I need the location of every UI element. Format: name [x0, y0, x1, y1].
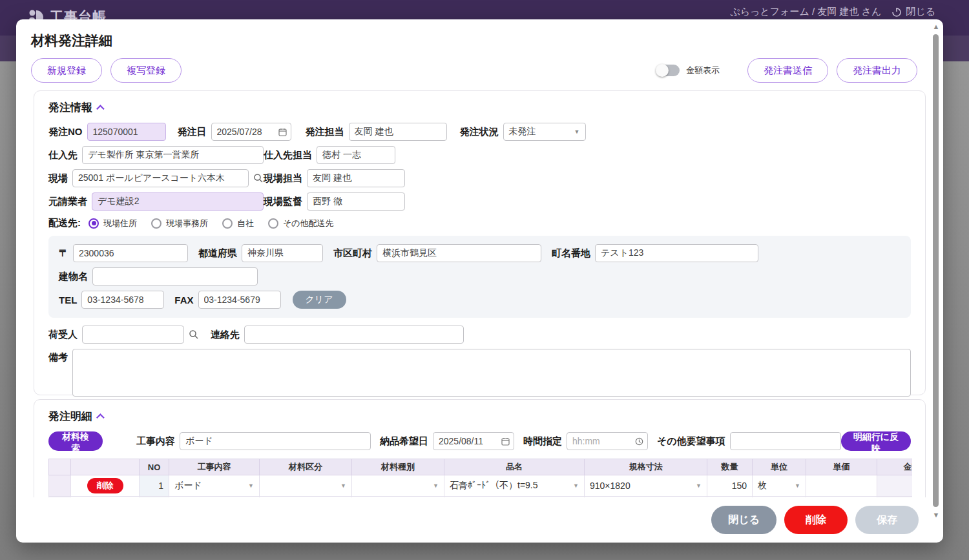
- caret-down-icon: ▼: [248, 482, 254, 489]
- row-spec-size-select[interactable]: 910×1820▼: [590, 481, 702, 491]
- site-supervisor-field[interactable]: [307, 192, 405, 211]
- radio-own-company[interactable]: 自社: [222, 218, 254, 229]
- contact-label: 連絡先: [211, 329, 240, 341]
- delivery-date-field[interactable]: [433, 432, 514, 450]
- close-button[interactable]: 閉じる: [711, 506, 776, 534]
- radio-icon: [222, 218, 233, 229]
- amount-display-toggle[interactable]: [656, 65, 680, 76]
- apply-to-rows-button[interactable]: 明細行に反映: [841, 431, 911, 451]
- order-no-label: 発注NO: [48, 126, 83, 138]
- radio-icon: [89, 218, 99, 229]
- save-button[interactable]: 保存: [855, 506, 919, 534]
- caret-down-icon: ▼: [574, 129, 580, 135]
- site-label: 現場: [48, 172, 68, 185]
- prefecture-label: 都道府県: [198, 247, 237, 260]
- header-right: ぷらっとフォーム / 友岡 建也 さん 閉じる: [730, 6, 935, 18]
- order-info-heading: 発注情報: [48, 100, 92, 115]
- time-spec-field[interactable]: [567, 432, 648, 450]
- building-field[interactable]: [92, 267, 258, 285]
- tel-label: TEL: [59, 295, 77, 306]
- clear-address-button[interactable]: クリア: [293, 291, 346, 309]
- site-supervisor-label: 現場監督: [264, 196, 302, 208]
- postal-field[interactable]: [73, 244, 188, 262]
- col-unit: 単位: [753, 459, 806, 475]
- search-icon[interactable]: [189, 329, 199, 340]
- row-no: 1: [140, 475, 169, 497]
- order-date-label: 発注日: [178, 126, 207, 138]
- work-content-label: 工事内容: [136, 435, 175, 448]
- street-label: 町名番地: [552, 247, 590, 260]
- fax-label: FAX: [174, 295, 193, 306]
- order-detail-table-wrap: NO 工事内容 材料区分 材料種別 品名 規格寸法 数量 単位 単価 金額: [48, 459, 912, 497]
- material-order-detail-modal: 材料発注詳細 新規登録 複写登録 金額表示 発注書送信 発注書出力 発注情報 発…: [16, 19, 943, 543]
- chevron-up-icon[interactable]: [96, 105, 105, 113]
- chevron-up-icon[interactable]: [96, 413, 105, 422]
- col-quantity: 数量: [707, 459, 753, 475]
- row-unit-select[interactable]: 枚▼: [758, 480, 800, 492]
- remarks-field[interactable]: [72, 349, 911, 397]
- copy-register-button[interactable]: 複写登録: [110, 58, 182, 83]
- row-quantity[interactable]: 150: [707, 475, 753, 497]
- site-staff-field[interactable]: [307, 169, 405, 187]
- table-header-row: NO 工事内容 材料区分 材料種別 品名 規格寸法 数量 単位 単価 金額: [49, 459, 913, 475]
- delivery-destination-group: 配送先: 現場住所 現場事務所 自社 その他配送先: [48, 217, 911, 229]
- row-material-type-select[interactable]: ▼: [357, 482, 439, 489]
- scroll-up-arrow-icon[interactable]: ▲: [932, 23, 940, 30]
- other-requests-field[interactable]: [730, 432, 841, 450]
- building-label: 建物名: [59, 271, 88, 283]
- street-field[interactable]: [595, 244, 758, 262]
- caret-down-icon: ▼: [795, 482, 800, 489]
- tel-field[interactable]: [81, 291, 164, 309]
- row-work-content-select[interactable]: ボード▼: [174, 480, 254, 492]
- send-order-sheet-button[interactable]: 発注書送信: [747, 58, 828, 83]
- radio-icon: [151, 218, 162, 229]
- row-product-name-select[interactable]: 石膏ﾎﾞｰﾄﾞ（不）t=9.5▼: [450, 480, 579, 492]
- site-staff-label: 現場担当: [264, 172, 302, 185]
- order-staff-field[interactable]: [349, 123, 447, 141]
- material-search-button[interactable]: 材料検索: [48, 431, 103, 451]
- header-close-button[interactable]: 閉じる: [891, 6, 935, 18]
- radio-other-destination[interactable]: その他配送先: [268, 218, 334, 229]
- order-detail-table: NO 工事内容 材料区分 材料種別 品名 規格寸法 数量 単位 単価 金額: [48, 459, 912, 497]
- supplier-staff-label: 仕入先担当: [264, 149, 312, 161]
- amount-display-label: 金額表示: [686, 65, 720, 76]
- order-no-field[interactable]: [87, 123, 166, 141]
- prefecture-field[interactable]: [242, 244, 323, 262]
- order-status-label: 発注状況: [460, 126, 499, 138]
- scroll-down-arrow-icon[interactable]: ▼: [932, 511, 940, 519]
- modal-scroll-area: 材料発注詳細 新規登録 複写登録 金額表示 発注書送信 発注書出力 発注情報 発…: [16, 19, 943, 497]
- search-icon[interactable]: [253, 173, 264, 183]
- supplier-staff-field[interactable]: [317, 146, 395, 164]
- modal-scrollbar[interactable]: ▲ ▼: [932, 23, 941, 519]
- page-title: 材料発注詳細: [31, 32, 112, 50]
- work-content-field[interactable]: [180, 432, 371, 450]
- new-register-button[interactable]: 新規登録: [31, 58, 102, 83]
- order-status-select[interactable]: 未発注 ▼: [503, 123, 586, 141]
- logout-icon: [891, 7, 902, 17]
- col-spec-size: 規格寸法: [585, 459, 707, 475]
- row-delete-button[interactable]: 削除: [87, 478, 123, 493]
- contact-field[interactable]: [244, 326, 464, 344]
- modal-footer: 閉じる 削除 保存: [16, 497, 943, 543]
- export-order-sheet-button[interactable]: 発注書出力: [837, 58, 917, 83]
- time-spec-label: 時間指定: [523, 435, 562, 448]
- fax-field[interactable]: [198, 291, 281, 309]
- row-material-category-select[interactable]: ▼: [265, 482, 346, 489]
- scrollbar-thumb[interactable]: [933, 34, 939, 507]
- row-unit-price[interactable]: [806, 475, 877, 497]
- col-unit-price: 単価: [806, 459, 877, 475]
- delete-button[interactable]: 削除: [784, 506, 848, 534]
- prime-contractor-field[interactable]: [92, 192, 264, 211]
- order-detail-section: 発注明細 材料検索 工事内容 納品希望日: [34, 399, 926, 497]
- order-detail-heading: 発注明細: [48, 409, 92, 424]
- supplier-field[interactable]: [82, 146, 264, 164]
- supplier-label: 仕入先: [48, 149, 78, 161]
- consignee-field[interactable]: [82, 326, 184, 344]
- site-field[interactable]: [72, 169, 249, 187]
- prime-contractor-label: 元請業者: [48, 196, 87, 208]
- radio-site-address[interactable]: 現場住所: [89, 218, 137, 229]
- city-field[interactable]: [377, 244, 541, 262]
- order-date-field[interactable]: [211, 123, 291, 141]
- col-no: NO: [140, 459, 169, 475]
- radio-site-office[interactable]: 現場事務所: [151, 218, 208, 229]
